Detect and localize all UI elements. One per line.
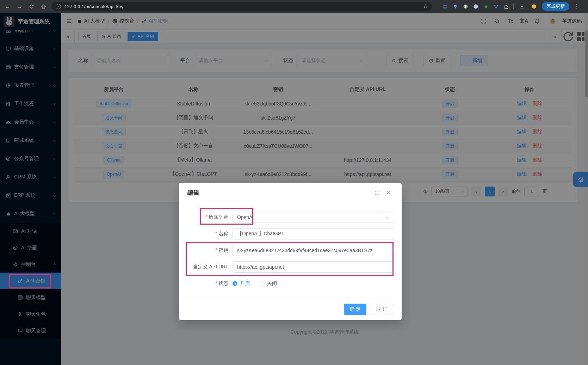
circleblue-ext-icon[interactable] [473, 4, 478, 9]
radio-checked-icon [233, 281, 237, 286]
back-icon[interactable]: ← [4, 2, 11, 10]
confirm-button[interactable]: 确 定 [344, 304, 366, 315]
asterisk-ext-icon[interactable] [463, 4, 468, 9]
home-icon[interactable] [39, 2, 47, 10]
bookmark-star-icon[interactable]: ☆ [423, 3, 428, 10]
chevrons-ext-icon[interactable] [494, 4, 499, 9]
edit-dialog: 编辑 ✕ *所属平台 OpenAI *名称 *密钥 [179, 183, 402, 320]
toolbar-divider [513, 4, 514, 9]
reload-icon[interactable] [27, 2, 35, 10]
greenstar-ext-icon[interactable] [483, 4, 489, 9]
required-asterisk: * [206, 214, 208, 220]
status-radio-group: 开启 关闭 [233, 280, 277, 287]
address-bar[interactable]: i 127.0.0.1/ai/console/api-key ☆ [51, 2, 432, 11]
profile-avatar-icon[interactable] [530, 2, 538, 10]
status-field-label: *状态 [187, 280, 233, 287]
cancel-button[interactable]: 取 消 [371, 304, 393, 315]
required-asterisk: * [216, 231, 217, 236]
url-text[interactable]: 127.0.0.1/ai/console/api-key [64, 4, 420, 9]
finish-update-button[interactable]: 完成更新 [542, 2, 569, 11]
puzzle-ext-icon[interactable] [504, 4, 509, 9]
download-icon[interactable] [518, 2, 526, 10]
browser-chrome: ← → i 127.0.0.1/ai/console/api-key ☆ 完成更… [0, 0, 588, 13]
platform-field-label: *所属平台 [187, 214, 233, 220]
extension-icons [442, 4, 509, 9]
required-asterisk: * [216, 247, 217, 253]
chevron-down-icon [386, 215, 389, 219]
url-field-label: 自定义 API URL [187, 264, 233, 270]
radio-unchecked-icon [260, 281, 265, 286]
name-field-input[interactable] [233, 228, 393, 239]
browser-menu-icon[interactable]: ⋮ [574, 3, 578, 10]
dialog-close-icon[interactable]: ✕ [384, 188, 393, 197]
required-asterisk: * [216, 280, 217, 286]
status-radio-off[interactable]: 关闭 [260, 280, 277, 287]
key-field-label: *密钥 [187, 247, 233, 254]
gem-ext-icon[interactable] [453, 4, 458, 9]
status-radio-on[interactable]: 开启 [233, 280, 250, 287]
forward-icon[interactable]: → [16, 2, 23, 10]
squares-ext-icon[interactable] [442, 4, 448, 9]
key-field-input[interactable] [233, 245, 393, 256]
url-field-input[interactable] [233, 261, 393, 273]
platform-field-value: OpenAI [237, 214, 254, 220]
site-info-icon[interactable]: i [56, 4, 61, 9]
dialog-fullscreen-icon[interactable] [373, 188, 382, 197]
name-field-label: *名称 [187, 231, 233, 237]
dialog-title: 编辑 [187, 189, 371, 197]
platform-field-select[interactable]: OpenAI [233, 212, 393, 223]
